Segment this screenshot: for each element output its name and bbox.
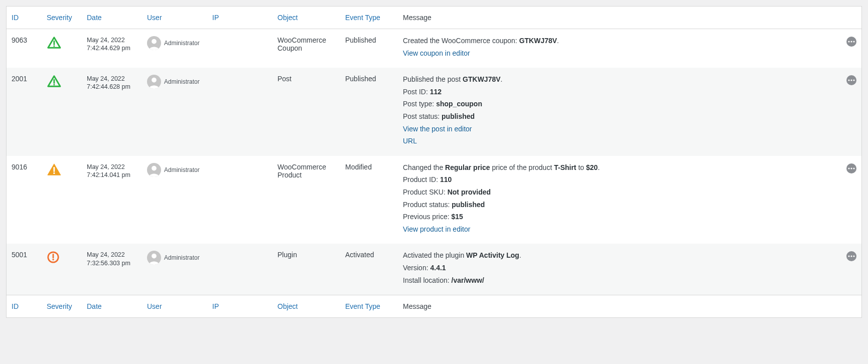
cell-event-type: Modified xyxy=(340,156,398,244)
cell-user: Administrator xyxy=(142,156,207,244)
cell-date: May 24, 20227:42:14.041 pm xyxy=(82,156,142,244)
activity-log-table: ID Severity Date User IP Object Event Ty… xyxy=(6,6,862,318)
svg-point-1 xyxy=(53,45,55,47)
cell-event-type: Published xyxy=(340,68,398,156)
svg-point-4 xyxy=(850,41,852,42)
cell-ip xyxy=(207,68,272,156)
cell-actions xyxy=(841,68,861,156)
col-header-id[interactable]: ID xyxy=(7,7,42,29)
svg-point-24 xyxy=(853,256,854,257)
col-header-user[interactable]: User xyxy=(142,7,207,29)
cell-severity xyxy=(42,156,82,244)
message-kv: Product ID: 110 xyxy=(403,175,836,185)
message-kv: Post type: shop_coupon xyxy=(403,99,836,109)
col-footer-ip[interactable]: IP xyxy=(207,295,272,318)
message-kv: Previous price: $15 xyxy=(403,212,836,222)
cell-id: 9063 xyxy=(7,29,42,68)
cell-actions xyxy=(841,156,861,244)
table-row: 5001May 24, 20227:32:56.303 pmAdministra… xyxy=(7,244,861,295)
col-footer-actions xyxy=(841,295,861,318)
col-footer-date[interactable]: Date xyxy=(82,295,142,318)
cell-object: WooCommerce Product xyxy=(272,156,340,244)
user-name: Administrator xyxy=(164,254,200,261)
svg-point-16 xyxy=(850,167,852,169)
row-actions-button[interactable] xyxy=(846,75,856,85)
cell-id: 9016 xyxy=(7,156,42,244)
col-footer-object[interactable]: Object xyxy=(272,295,340,318)
message-link[interactable]: View coupon in editor xyxy=(403,49,470,57)
cell-event-type: Published xyxy=(340,29,398,68)
col-footer-id[interactable]: ID xyxy=(7,295,42,318)
severity-low-icon xyxy=(47,36,62,49)
severity-low-icon xyxy=(47,75,62,88)
col-header-object[interactable]: Object xyxy=(272,7,340,29)
message-link[interactable]: URL xyxy=(403,137,417,145)
cell-id: 2001 xyxy=(7,68,42,156)
avatar-icon xyxy=(147,251,161,265)
table-row: 9063May 24, 20227:42:44.629 pmAdministra… xyxy=(7,29,861,68)
user-name: Administrator xyxy=(164,78,200,85)
table-row: 2001May 24, 20227:42:44.628 pmAdministra… xyxy=(7,68,861,156)
col-footer-message: Message xyxy=(398,295,841,318)
message-text: Created the WooCommerce coupon: GTKWJ78V… xyxy=(403,36,836,46)
row-actions-button[interactable] xyxy=(846,163,856,173)
cell-date: May 24, 20227:42:44.629 pm xyxy=(82,29,142,68)
severity-high-icon xyxy=(47,251,62,264)
avatar-icon xyxy=(147,75,161,89)
svg-point-17 xyxy=(853,167,854,169)
svg-point-5 xyxy=(853,41,854,42)
severity-medium-icon xyxy=(47,163,62,176)
svg-point-13 xyxy=(53,172,55,174)
col-header-ip[interactable]: IP xyxy=(207,7,272,29)
cell-message: Activated the plugin WP Activity Log.Ver… xyxy=(398,244,841,295)
svg-point-8 xyxy=(152,78,157,83)
cell-object: Post xyxy=(272,68,340,156)
message-kv: Install location: /var/www/ xyxy=(403,276,836,286)
svg-point-2 xyxy=(152,39,157,44)
svg-point-14 xyxy=(152,166,157,171)
svg-point-20 xyxy=(52,259,54,260)
svg-point-22 xyxy=(848,256,849,257)
cell-ip xyxy=(207,29,272,68)
cell-severity xyxy=(42,244,82,295)
message-text: Changed the Regular price price of the p… xyxy=(403,163,836,173)
message-link[interactable]: View the post in editor xyxy=(403,125,472,133)
table-header: ID Severity Date User IP Object Event Ty… xyxy=(7,7,861,29)
col-header-event-type[interactable]: Event Type xyxy=(340,7,398,29)
cell-id: 5001 xyxy=(7,244,42,295)
avatar-icon xyxy=(147,36,161,50)
svg-point-10 xyxy=(850,80,852,81)
svg-point-23 xyxy=(850,256,852,257)
col-footer-severity[interactable]: Severity xyxy=(42,295,82,318)
message-kv: Post status: published xyxy=(403,112,836,122)
cell-severity xyxy=(42,29,82,68)
cell-user: Administrator xyxy=(142,244,207,295)
cell-date: May 24, 20227:42:44.628 pm xyxy=(82,68,142,156)
cell-message: Created the WooCommerce coupon: GTKWJ78V… xyxy=(398,29,841,68)
row-actions-button[interactable] xyxy=(846,37,856,47)
col-header-severity[interactable]: Severity xyxy=(42,7,82,29)
message-link[interactable]: View product in editor xyxy=(403,225,470,233)
message-text: Activated the plugin WP Activity Log. xyxy=(403,251,836,261)
cell-object: Plugin xyxy=(272,244,340,295)
cell-ip xyxy=(207,156,272,244)
cell-actions xyxy=(841,29,861,68)
svg-point-11 xyxy=(853,80,854,81)
cell-object: WooCommerce Coupon xyxy=(272,29,340,68)
cell-actions xyxy=(841,244,861,295)
col-footer-event-type[interactable]: Event Type xyxy=(340,295,398,318)
cell-message: Changed the Regular price price of the p… xyxy=(398,156,841,244)
message-kv: Version: 4.4.1 xyxy=(403,263,836,273)
table-row: 9016May 24, 20227:42:14.041 pmAdministra… xyxy=(7,156,861,244)
cell-user: Administrator xyxy=(142,68,207,156)
cell-ip xyxy=(207,244,272,295)
svg-point-9 xyxy=(848,80,849,81)
svg-point-7 xyxy=(53,84,55,86)
col-header-actions xyxy=(841,7,861,29)
row-actions-button[interactable] xyxy=(846,251,856,261)
col-footer-user[interactable]: User xyxy=(142,295,207,318)
svg-point-21 xyxy=(152,254,157,259)
message-kv: Post ID: 112 xyxy=(403,87,836,97)
col-header-date[interactable]: Date xyxy=(82,7,142,29)
svg-point-15 xyxy=(848,167,849,169)
